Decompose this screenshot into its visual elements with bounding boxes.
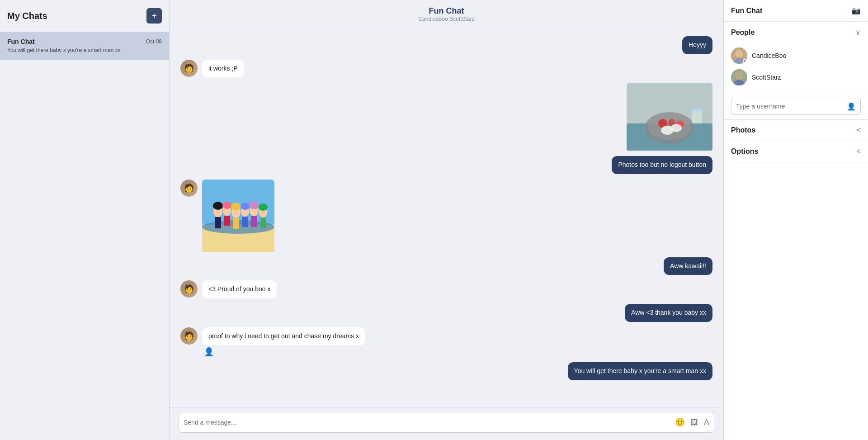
svg-rect-26 bbox=[242, 217, 248, 227]
photos-section-header[interactable]: Photos < bbox=[724, 120, 868, 141]
send-icon[interactable]: A bbox=[704, 418, 709, 427]
username-input-wrap: 👤 bbox=[731, 98, 861, 115]
options-label: Options bbox=[731, 147, 758, 156]
photos-section: Photos < bbox=[724, 120, 868, 141]
username-input[interactable] bbox=[736, 103, 847, 110]
svg-point-24 bbox=[231, 203, 241, 211]
avatar: 🧑 bbox=[180, 280, 198, 298]
options-section-header[interactable]: Options < bbox=[724, 141, 868, 162]
chat-input-area: 🙂 🖼 A bbox=[170, 407, 723, 440]
people-label: People bbox=[731, 28, 755, 37]
message-row: 🧑 it works ;P bbox=[180, 60, 712, 78]
right-panel-header: Fun Chat 📷 bbox=[724, 0, 868, 22]
photos-chevron: < bbox=[857, 126, 861, 134]
svg-point-33 bbox=[259, 203, 268, 211]
chat-item-preview: You will get there baby x you're a smart… bbox=[7, 47, 143, 53]
avatar: 🧑 bbox=[180, 60, 198, 77]
svg-point-30 bbox=[249, 201, 259, 209]
emoji-icon[interactable]: 🙂 bbox=[675, 417, 685, 427]
svg-rect-20 bbox=[224, 216, 230, 226]
svg-point-41 bbox=[736, 72, 742, 79]
message-bubble: Photos too but no logout button bbox=[612, 156, 712, 174]
person-row: ScottStarz bbox=[731, 66, 861, 88]
message-row: 🧑 bbox=[180, 180, 712, 252]
right-panel: Fun Chat 📷 People ∨ CandiceBoo bbox=[723, 0, 868, 440]
chat-item[interactable]: Fun Chat Oct 08 You will get there baby … bbox=[0, 32, 169, 60]
svg-rect-10 bbox=[691, 108, 703, 110]
message-bubble: <3 Proud of you boo x bbox=[202, 280, 277, 298]
emoji-reaction: 👤 bbox=[202, 347, 365, 357]
candice-avatar bbox=[731, 47, 747, 64]
chat-header: Fun Chat CandiceBoo ScottStarz bbox=[170, 0, 723, 27]
camera-icon[interactable]: 📷 bbox=[852, 6, 861, 15]
people-section-header[interactable]: People ∨ bbox=[724, 22, 868, 43]
message-bubble: Aww <3 thank you baby xx bbox=[625, 304, 712, 322]
svg-point-18 bbox=[213, 202, 223, 210]
options-chevron: < bbox=[857, 147, 861, 156]
online-indicator bbox=[743, 59, 747, 63]
svg-point-21 bbox=[222, 202, 231, 209]
message-row: Aww <3 thank you baby xx bbox=[180, 304, 712, 322]
message-group: proof to why i need to get out and chase… bbox=[202, 327, 365, 357]
chat-title: Fun Chat bbox=[170, 6, 723, 16]
message-input[interactable] bbox=[184, 419, 675, 426]
message-row: Aww kawaii!! bbox=[180, 257, 712, 275]
message-bubble: it works ;P bbox=[202, 60, 244, 78]
avatar: 🧑 bbox=[180, 327, 198, 345]
sidebar-header: My Chats + bbox=[0, 0, 169, 32]
svg-rect-32 bbox=[260, 218, 266, 228]
svg-point-8 bbox=[671, 124, 682, 132]
message-bubble: You will get there baby x you're a smart… bbox=[568, 362, 712, 380]
sidebar-title: My Chats bbox=[7, 11, 47, 21]
svg-rect-11 bbox=[692, 112, 702, 123]
chat-list: Fun Chat Oct 08 You will get there baby … bbox=[0, 32, 169, 440]
chat-item-date: Oct 08 bbox=[146, 38, 162, 45]
input-row: 🙂 🖼 A bbox=[179, 412, 714, 433]
message-row: Photos too but no logout button bbox=[180, 156, 712, 174]
anime-image bbox=[202, 180, 274, 252]
right-panel-title: Fun Chat bbox=[731, 7, 762, 15]
scott-avatar bbox=[731, 69, 747, 85]
new-chat-button[interactable]: + bbox=[146, 8, 162, 24]
photos-label: Photos bbox=[731, 126, 755, 134]
people-list: CandiceBoo ScottStarz bbox=[724, 43, 868, 93]
svg-point-27 bbox=[241, 203, 250, 210]
chat-members: CandiceBoo ScottStarz bbox=[170, 16, 723, 22]
food-image bbox=[627, 83, 712, 151]
message-row: 🧑 <3 Proud of you boo x bbox=[180, 280, 712, 298]
message-bubble-image bbox=[202, 180, 274, 252]
sidebar: My Chats + Fun Chat Oct 08 You will get … bbox=[0, 0, 170, 440]
message-row: You will get there baby x you're a smart… bbox=[180, 362, 712, 380]
person-row: CandiceBoo bbox=[731, 45, 861, 66]
people-section: People ∨ CandiceBoo bbox=[724, 22, 868, 93]
person-name: ScottStarz bbox=[752, 74, 781, 81]
options-section: Options < bbox=[724, 141, 868, 162]
avatar: 🧑 bbox=[180, 180, 198, 197]
people-chevron: ∨ bbox=[855, 28, 861, 37]
image-icon[interactable]: 🖼 bbox=[690, 418, 698, 427]
add-person-section: 👤 bbox=[724, 93, 868, 120]
svg-rect-23 bbox=[233, 218, 239, 229]
person-name: CandiceBoo bbox=[752, 52, 786, 59]
message-bubble: Aww kawaii!! bbox=[664, 257, 712, 275]
message-bubble: Heyyy bbox=[682, 36, 712, 54]
svg-rect-29 bbox=[251, 216, 257, 227]
message-row: 🧑 proof to why i need to get out and cha… bbox=[180, 327, 712, 357]
svg-rect-17 bbox=[215, 217, 221, 228]
messages-area: Heyyy 🧑 it works ;P bbox=[170, 27, 723, 407]
message-row bbox=[180, 83, 712, 151]
svg-point-37 bbox=[736, 51, 742, 57]
message-row: Heyyy bbox=[180, 36, 712, 54]
message-bubble-image bbox=[627, 83, 712, 151]
input-icons: 🙂 🖼 A bbox=[675, 417, 709, 427]
chat-item-name: Fun Chat bbox=[7, 38, 35, 45]
main-chat: Fun Chat CandiceBoo ScottStarz Heyyy 🧑 i… bbox=[170, 0, 723, 440]
add-person-icon: 👤 bbox=[847, 102, 856, 111]
message-bubble: proof to why i need to get out and chase… bbox=[202, 327, 365, 345]
